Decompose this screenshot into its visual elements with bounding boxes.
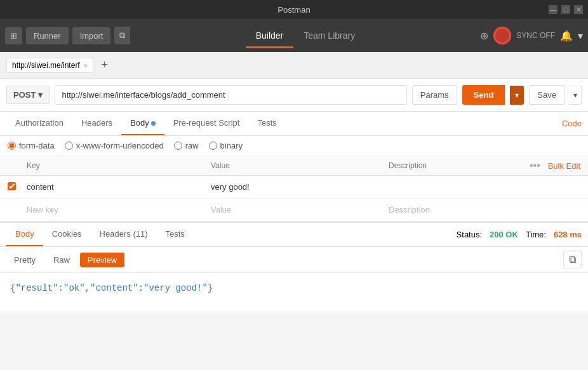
view-tab-raw[interactable]: Raw [46, 253, 77, 267]
save-dropdown-button[interactable]: ▾ [570, 86, 582, 105]
save-button[interactable]: Save [529, 85, 565, 105]
raw-radio[interactable] [174, 142, 182, 150]
new-description-cell: Description [389, 205, 580, 215]
time-label: Time: [526, 230, 546, 239]
send-button[interactable]: Send [462, 85, 505, 105]
close-button[interactable]: ✕ [574, 5, 583, 14]
response-area: Body Cookies Headers (11) Tests Status: … [0, 221, 588, 311]
value-cell: very good! [211, 182, 389, 192]
value-col-header: Value [211, 161, 389, 170]
tab-headers[interactable]: Headers [72, 112, 121, 135]
form-data-option[interactable]: form-data [8, 141, 55, 150]
title-bar: Postman — □ ✕ [0, 0, 588, 19]
window-title: Postman [277, 5, 310, 15]
copy-response-button[interactable]: ⧉ [563, 251, 582, 268]
params-button[interactable]: Params [412, 85, 457, 105]
new-tab-button[interactable]: ⧉ [114, 27, 130, 44]
tab-team-library[interactable]: Team Library [293, 25, 365, 46]
time-value: 628 ms [554, 230, 582, 239]
kv-table: Key Value Description ••• Bulk Edit cont… [0, 156, 588, 221]
bulk-edit-button[interactable]: Bulk Edit [548, 161, 580, 171]
new-value-cell[interactable]: Value [211, 205, 389, 215]
top-nav: ⊞ Runner Import ⧉ Builder Team Library ⊕… [0, 19, 588, 52]
kv-table-header: Key Value Description ••• Bulk Edit [0, 156, 588, 176]
method-dropdown[interactable]: POST ▾ [6, 86, 50, 104]
bell-icon[interactable]: 🔔 [560, 30, 573, 42]
sync-label[interactable]: SYNC OFF [516, 31, 555, 40]
response-body: {"result":"ok","content":"very good!"} [0, 273, 588, 311]
request-bar: POST ▾ Params Send ▾ Save ▾ [0, 79, 588, 112]
response-status: Status: 200 OK Time: 628 ms [457, 230, 582, 239]
code-link-button[interactable]: Code [562, 119, 582, 128]
raw-option[interactable]: raw [174, 141, 199, 150]
url-input[interactable] [55, 85, 406, 105]
tab-builder[interactable]: Builder [246, 25, 294, 46]
window-controls: — □ ✕ [549, 5, 583, 14]
form-data-radio[interactable] [8, 142, 16, 150]
status-label: Status: [457, 230, 482, 239]
description-col-header: Description [389, 161, 530, 170]
status-value: 200 OK [490, 230, 518, 239]
add-tab-button[interactable]: + [97, 57, 112, 73]
nav-center: Builder Team Library [134, 25, 476, 46]
new-window-icon: ⧉ [119, 30, 125, 41]
row-checkbox[interactable] [8, 182, 16, 190]
sidebar-toggle-button[interactable]: ⊞ [5, 27, 22, 44]
view-tabs-row: Pretty Raw Preview ⧉ [0, 247, 588, 273]
tab-close-button[interactable]: × [84, 62, 88, 69]
urlencoded-radio[interactable] [65, 142, 73, 150]
table-row: content very good! [0, 176, 588, 199]
record-button[interactable] [493, 27, 511, 44]
urlencoded-option[interactable]: x-www-form-urlencoded [65, 141, 164, 150]
actions-col-header: ••• Bulk Edit [530, 160, 580, 171]
raw-label: raw [185, 141, 199, 150]
resp-tab-cookies[interactable]: Cookies [43, 223, 91, 246]
view-tab-pretty[interactable]: Pretty [6, 253, 43, 267]
form-data-label: form-data [19, 141, 55, 150]
method-label: POST [13, 90, 36, 100]
tab-tests[interactable]: Tests [248, 112, 285, 135]
tab-body[interactable]: Body [121, 112, 164, 135]
key-cell: content [27, 182, 211, 192]
nav-chevron-button[interactable]: ▾ [578, 30, 583, 42]
runner-button[interactable]: Runner [26, 27, 69, 44]
response-tabs-row: Body Cookies Headers (11) Tests Status: … [0, 223, 588, 247]
binary-option[interactable]: binary [209, 141, 243, 150]
body-options-row: form-data x-www-form-urlencoded raw bina… [0, 136, 588, 156]
url-tab-bar: http://siwei.me/interf × + [0, 52, 588, 79]
response-json: {"result":"ok","content":"very good!"} [10, 283, 213, 293]
nav-right: ⊕ SYNC OFF 🔔 ▾ [480, 27, 583, 44]
resp-tab-headers[interactable]: Headers (11) [91, 223, 157, 246]
sidebar-icon: ⊞ [10, 31, 17, 41]
row-checkbox-cell [8, 182, 27, 192]
request-tabs-row: Authorization Headers Body Pre-request S… [0, 112, 588, 136]
body-dot-indicator [151, 121, 156, 126]
tab-authorization[interactable]: Authorization [6, 112, 72, 135]
urlencoded-label: x-www-form-urlencoded [76, 141, 164, 150]
more-icon: ••• [530, 160, 540, 171]
view-tab-preview[interactable]: Preview [80, 253, 124, 267]
send-dropdown-button[interactable]: ▾ [510, 86, 524, 105]
resp-tab-body[interactable]: Body [6, 223, 43, 246]
minimize-button[interactable]: — [549, 5, 558, 14]
binary-label: binary [220, 141, 243, 150]
tab-url-text: http://siwei.me/interf [12, 61, 80, 70]
import-button[interactable]: Import [72, 27, 111, 44]
maximize-button[interactable]: □ [561, 5, 570, 14]
tab-prerequest[interactable]: Pre-request Script [164, 112, 249, 135]
globe-icon[interactable]: ⊕ [480, 30, 488, 42]
request-tab[interactable]: http://siwei.me/interf × [6, 58, 93, 73]
binary-radio[interactable] [209, 142, 217, 150]
resp-tab-tests[interactable]: Tests [157, 223, 194, 246]
new-key-cell[interactable]: New key [27, 205, 211, 215]
method-chevron-icon: ▾ [38, 90, 43, 100]
key-col-header: Key [27, 161, 211, 170]
new-row: New key Value Description [0, 199, 588, 221]
